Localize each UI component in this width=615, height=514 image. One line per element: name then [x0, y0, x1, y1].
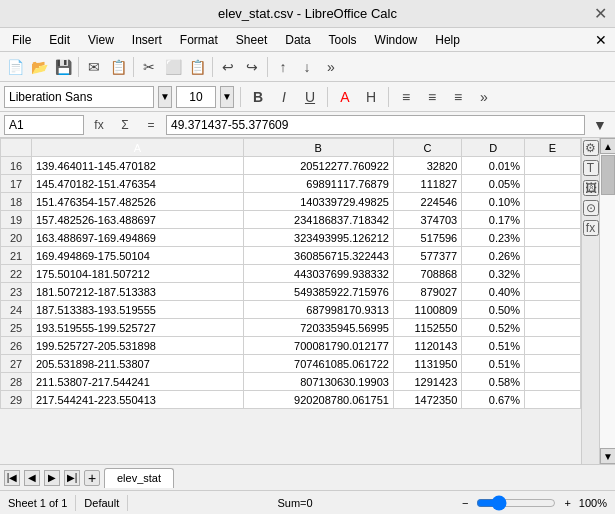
tab-prev-button[interactable]: ◀: [24, 470, 40, 486]
redo-button[interactable]: ↪: [241, 56, 263, 78]
col-header-a[interactable]: A: [32, 139, 244, 157]
cell-b[interactable]: 69891117.76879: [243, 175, 393, 193]
cell-a[interactable]: 205.531898-211.53807: [32, 355, 244, 373]
formula-bar-more[interactable]: ▼: [589, 114, 611, 136]
cell-e[interactable]: [524, 301, 580, 319]
menu-file[interactable]: File: [4, 31, 39, 49]
cell-b[interactable]: 720335945.56995: [243, 319, 393, 337]
cell-a[interactable]: 151.476354-157.482526: [32, 193, 244, 211]
cell-c[interactable]: 111827: [393, 175, 461, 193]
cell-b[interactable]: 443037699.938332: [243, 265, 393, 283]
cell-b[interactable]: 323493995.126212: [243, 229, 393, 247]
col-header-b[interactable]: B: [243, 139, 393, 157]
cell-a[interactable]: 211.53807-217.544241: [32, 373, 244, 391]
pdf-button[interactable]: 📋: [107, 56, 129, 78]
col-header-c[interactable]: C: [393, 139, 461, 157]
font-size-input[interactable]: [176, 86, 216, 108]
highlight-button[interactable]: H: [360, 86, 382, 108]
cell-b[interactable]: 20512277.760922: [243, 157, 393, 175]
align-left-button[interactable]: ≡: [395, 86, 417, 108]
cell-e[interactable]: [524, 211, 580, 229]
more-toolbar[interactable]: »: [320, 56, 342, 78]
cell-e[interactable]: [524, 175, 580, 193]
col-header-d[interactable]: D: [462, 139, 525, 157]
underline-button[interactable]: U: [299, 86, 321, 108]
cell-c[interactable]: 708868: [393, 265, 461, 283]
cell-b[interactable]: 707461085.061722: [243, 355, 393, 373]
email-button[interactable]: ✉: [83, 56, 105, 78]
cell-a[interactable]: 139.464011-145.470182: [32, 157, 244, 175]
function-wizard-button[interactable]: fx: [88, 114, 110, 136]
cell-e[interactable]: [524, 319, 580, 337]
cell-e[interactable]: [524, 283, 580, 301]
italic-button[interactable]: I: [273, 86, 295, 108]
cell-d[interactable]: 0.51%: [462, 337, 525, 355]
compass-icon[interactable]: ⊙: [583, 200, 599, 216]
cell-c[interactable]: 32820: [393, 157, 461, 175]
scroll-track[interactable]: [600, 154, 615, 448]
col-header-e[interactable]: E: [524, 139, 580, 157]
cell-e[interactable]: [524, 373, 580, 391]
cell-e[interactable]: [524, 229, 580, 247]
cell-b[interactable]: 234186837.718342: [243, 211, 393, 229]
cell-e[interactable]: [524, 355, 580, 373]
zoom-plus[interactable]: +: [564, 497, 570, 509]
align-center-button[interactable]: ≡: [421, 86, 443, 108]
menu-help[interactable]: Help: [427, 31, 468, 49]
cell-d[interactable]: 0.50%: [462, 301, 525, 319]
cell-d[interactable]: 0.67%: [462, 391, 525, 409]
cell-e[interactable]: [524, 265, 580, 283]
new-button[interactable]: 📄: [4, 56, 26, 78]
menu-view[interactable]: View: [80, 31, 122, 49]
cell-d[interactable]: 0.32%: [462, 265, 525, 283]
cell-d[interactable]: 0.58%: [462, 373, 525, 391]
tab-next-button[interactable]: ▶: [44, 470, 60, 486]
cell-a[interactable]: 163.488697-169.494869: [32, 229, 244, 247]
menu-bar-close-button[interactable]: ✕: [591, 32, 611, 48]
cell-d[interactable]: 0.10%: [462, 193, 525, 211]
menu-tools[interactable]: Tools: [321, 31, 365, 49]
tab-last-button[interactable]: ▶|: [64, 470, 80, 486]
cell-b[interactable]: 700081790.012177: [243, 337, 393, 355]
sort-desc-button[interactable]: ↓: [296, 56, 318, 78]
zoom-minus[interactable]: −: [462, 497, 468, 509]
scroll-up-button[interactable]: ▲: [600, 138, 615, 154]
cell-c[interactable]: 879027: [393, 283, 461, 301]
tab-first-button[interactable]: |◀: [4, 470, 20, 486]
cell-d[interactable]: 0.23%: [462, 229, 525, 247]
formula-input[interactable]: [166, 115, 585, 135]
cell-a[interactable]: 193.519555-199.525727: [32, 319, 244, 337]
cell-a[interactable]: 181.507212-187.513383: [32, 283, 244, 301]
menu-sheet[interactable]: Sheet: [228, 31, 275, 49]
cell-d[interactable]: 0.26%: [462, 247, 525, 265]
cut-button[interactable]: ✂: [138, 56, 160, 78]
zoom-slider[interactable]: [476, 495, 556, 511]
cell-e[interactable]: [524, 247, 580, 265]
cell-c[interactable]: 1152550: [393, 319, 461, 337]
open-button[interactable]: 📂: [28, 56, 50, 78]
cell-c[interactable]: 1472350: [393, 391, 461, 409]
properties-icon[interactable]: ⚙: [583, 140, 599, 156]
cell-b[interactable]: 807130630.19903: [243, 373, 393, 391]
cell-d[interactable]: 0.51%: [462, 355, 525, 373]
cell-a[interactable]: 145.470182-151.476354: [32, 175, 244, 193]
save-button[interactable]: 💾: [52, 56, 74, 78]
sort-asc-button[interactable]: ↑: [272, 56, 294, 78]
add-sheet-button[interactable]: +: [84, 470, 100, 486]
align-right-button[interactable]: ≡: [447, 86, 469, 108]
cell-b[interactable]: 687998170.9313: [243, 301, 393, 319]
window-close-button[interactable]: ✕: [594, 4, 607, 23]
cell-e[interactable]: [524, 337, 580, 355]
scroll-down-button[interactable]: ▼: [600, 448, 615, 464]
text-icon[interactable]: T: [583, 160, 599, 176]
cell-a[interactable]: 199.525727-205.531898: [32, 337, 244, 355]
menu-edit[interactable]: Edit: [41, 31, 78, 49]
image-icon[interactable]: 🖼: [583, 180, 599, 196]
copy-button[interactable]: ⬜: [162, 56, 184, 78]
formula-toggle-button[interactable]: =: [140, 114, 162, 136]
cell-e[interactable]: [524, 157, 580, 175]
font-name-dropdown[interactable]: ▼: [158, 86, 172, 108]
cell-c[interactable]: 1131950: [393, 355, 461, 373]
cell-a[interactable]: 217.544241-223.550413: [32, 391, 244, 409]
cell-e[interactable]: [524, 391, 580, 409]
